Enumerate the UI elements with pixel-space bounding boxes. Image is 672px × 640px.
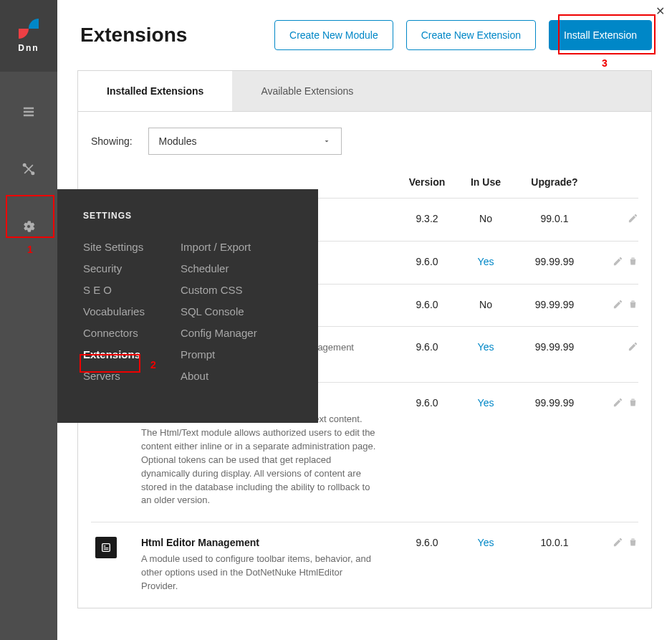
edit-icon[interactable]	[613, 256, 623, 269]
svg-rect-2	[24, 115, 33, 116]
cell-actions	[594, 256, 638, 269]
flyout-title: SETTINGS	[83, 211, 297, 221]
cell-version: 9.6.0	[398, 537, 456, 593]
flyout-item-scheduler[interactable]: Scheduler	[181, 262, 257, 274]
showing-value: Modules	[159, 135, 197, 147]
edit-icon[interactable]	[613, 397, 623, 410]
edit-icon[interactable]	[628, 213, 638, 226]
cell-actions	[594, 537, 638, 593]
cell-inuse: Yes	[456, 537, 515, 593]
col-upgrade: Upgrade?	[515, 176, 594, 188]
module-desc: A module used to configure toolbar items…	[141, 553, 378, 593]
cell-upgrade: 10.0.1	[515, 537, 594, 593]
flyout-item-import-/-export[interactable]: Import / Export	[181, 241, 257, 253]
svg-rect-9	[104, 548, 109, 548]
flyout-item-extensions[interactable]: Extensions	[83, 348, 145, 360]
flyout-item-vocabularies[interactable]: Vocabularies	[83, 305, 145, 317]
showing-dropdown[interactable]: Modules	[148, 128, 342, 155]
cell-version: 9.6.0	[398, 397, 456, 507]
cell-inuse: Yes	[456, 341, 515, 368]
cell-inuse: No	[456, 213, 515, 226]
flyout-item-connectors[interactable]: Connectors	[83, 327, 145, 339]
flyout-item-servers[interactable]: Servers	[83, 370, 145, 382]
svg-point-6	[32, 172, 34, 174]
sidebar: Dnn	[0, 0, 57, 640]
cell-actions	[594, 213, 638, 226]
cell-actions	[594, 397, 638, 507]
cell-inuse: Yes	[456, 256, 515, 269]
page-title: Extensions	[80, 24, 187, 47]
create-extension-button[interactable]: Create New Extension	[406, 20, 536, 50]
nav-content-icon[interactable]	[0, 83, 57, 140]
cell-upgrade: 99.99.99	[515, 341, 594, 368]
flyout-item-config-manager[interactable]: Config Manager	[181, 327, 257, 339]
install-extension-button[interactable]: Install Extension	[549, 20, 652, 50]
svg-rect-10	[104, 549, 109, 550]
flyout-item-site-settings[interactable]: Site Settings	[83, 241, 145, 253]
col-inuse: In Use	[456, 176, 515, 188]
showing-label: Showing:	[91, 135, 133, 147]
cell-version: 9.6.0	[398, 341, 456, 368]
cell-upgrade: 99.99.99	[515, 256, 594, 269]
delete-icon[interactable]	[628, 537, 638, 550]
cell-upgrade: 99.99.99	[515, 397, 594, 507]
flyout-item-prompt[interactable]: Prompt	[181, 348, 257, 360]
flyout-item-sql-console[interactable]: SQL Console	[181, 305, 257, 317]
delete-icon[interactable]	[628, 299, 638, 312]
list-icon	[21, 105, 36, 119]
showing-row: Showing: Modules	[91, 128, 638, 155]
cell-inuse: No	[456, 299, 515, 312]
header: Extensions Create New Module Create New …	[57, 0, 672, 70]
svg-point-5	[24, 164, 26, 166]
settings-flyout: SETTINGS Site SettingsSecurityS E OVocab…	[57, 189, 318, 423]
cell-version: 9.6.0	[398, 299, 456, 312]
tab-available[interactable]: Available Extensions	[232, 71, 382, 111]
module-desc: This module renders a block of HTML or T…	[141, 413, 378, 507]
annotation-1-label: 1	[27, 244, 33, 255]
delete-icon[interactable]	[628, 397, 638, 410]
edit-icon[interactable]	[628, 341, 638, 354]
svg-rect-1	[24, 111, 33, 113]
cell-upgrade: 99.99.99	[515, 299, 594, 312]
module-icon	[95, 537, 117, 558]
cell-version: 9.6.0	[398, 256, 456, 269]
edit-icon[interactable]	[613, 299, 623, 312]
chevron-down-icon	[322, 137, 331, 145]
gear-icon	[21, 219, 36, 234]
col-version: Version	[398, 176, 456, 188]
cell-inuse: Yes	[456, 397, 515, 507]
annotation-2-label: 2	[150, 359, 156, 371]
header-buttons: Create New Module Create New Extension I…	[274, 20, 652, 50]
tab-installed[interactable]: Installed Extensions	[78, 70, 232, 111]
flyout-item-custom-css[interactable]: Custom CSS	[181, 284, 257, 296]
flyout-item-s-e-o[interactable]: S E O	[83, 284, 145, 296]
cell-version: 9.3.2	[398, 213, 456, 226]
nav-tools-icon[interactable]	[0, 140, 57, 198]
flyout-item-security[interactable]: Security	[83, 262, 145, 274]
crossed-tools-icon	[21, 162, 36, 176]
annotation-3-label: 3	[602, 57, 608, 69]
tabs: Installed Extensions Available Extension…	[77, 70, 652, 112]
table-row: Html Editor ManagementA module used to c…	[91, 522, 638, 608]
svg-rect-8	[104, 546, 106, 547]
logo-text: Dnn	[18, 43, 39, 53]
flyout-item-about[interactable]: About	[181, 370, 257, 382]
cell-actions	[594, 341, 638, 368]
create-module-button[interactable]: Create New Module	[274, 20, 393, 50]
edit-icon[interactable]	[613, 537, 623, 550]
delete-icon[interactable]	[628, 256, 638, 269]
svg-rect-0	[24, 108, 33, 109]
logo[interactable]: Dnn	[0, 0, 57, 72]
cell-actions	[594, 299, 638, 312]
module-title: Html Editor Management	[141, 537, 398, 548]
cell-upgrade: 99.0.1	[515, 213, 594, 226]
dnn-logo-icon	[19, 19, 39, 39]
close-button[interactable]: ✕	[656, 4, 665, 18]
